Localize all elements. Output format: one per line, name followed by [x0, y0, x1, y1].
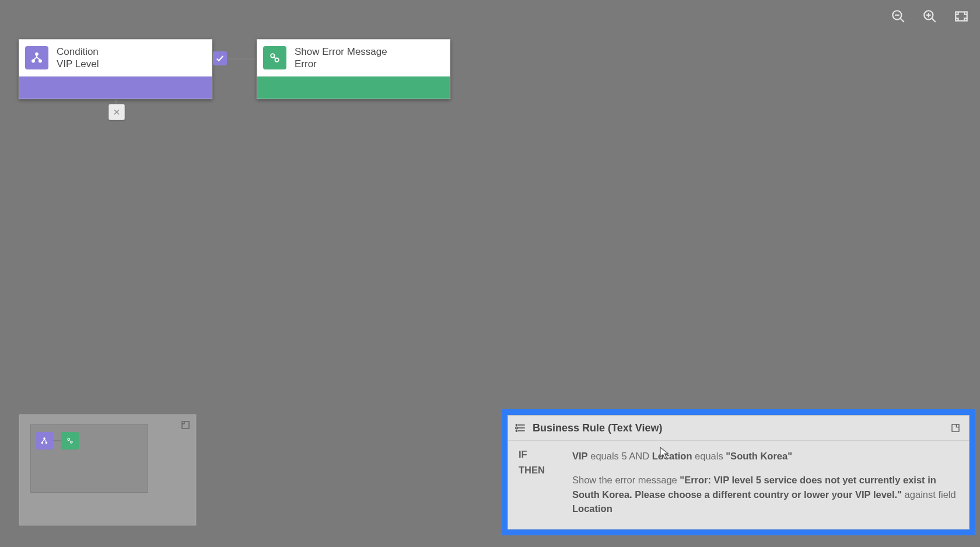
svg-rect-33: [952, 424, 959, 431]
canvas-toolbar: [882, 2, 978, 30]
action-node[interactable]: Show Error Message Error: [257, 39, 450, 99]
svg-point-8: [36, 53, 38, 55]
text-view-panel[interactable]: Business Rule (Text View) IF VIP equals …: [508, 415, 970, 529]
svg-point-10: [39, 60, 41, 62]
zoom-in-icon: [922, 9, 937, 24]
svg-line-12: [33, 57, 37, 60]
zoom-in-button[interactable]: [919, 6, 940, 27]
x-icon: [113, 108, 121, 116]
svg-point-31: [516, 430, 517, 431]
action-footer: [257, 76, 450, 99]
svg-point-22: [46, 442, 47, 443]
minimap-action-node: [61, 432, 79, 450]
condition-footer: [19, 76, 212, 99]
svg-point-32: [516, 427, 517, 428]
svg-point-25: [68, 438, 70, 441]
zoom-out-button[interactable]: [888, 6, 909, 27]
svg-point-9: [32, 60, 34, 62]
text-view-title: Business Rule (Text View): [533, 422, 662, 434]
condition-title: Condition: [57, 46, 99, 58]
condition-node[interactable]: Condition VIP Level: [19, 39, 212, 99]
minimap-connector: [53, 440, 61, 441]
condition-node-header: Condition VIP Level: [19, 40, 212, 76]
expand-panel-icon: [951, 423, 960, 433]
text-view-icon: [515, 422, 527, 434]
svg-point-21: [41, 442, 43, 443]
action-title: Show Error Message: [295, 46, 387, 58]
svg-line-24: [44, 439, 47, 442]
condition-subtitle: VIP Level: [57, 58, 99, 70]
zoom-out-icon: [891, 9, 906, 24]
svg-line-23: [43, 439, 45, 442]
connector-line: [227, 58, 256, 60]
text-view-header: Business Rule (Text View): [508, 416, 969, 441]
if-expression: VIP equals 5 AND Location equals "South …: [572, 449, 958, 464]
minimap-expand-button[interactable]: [180, 419, 191, 431]
svg-rect-7: [956, 12, 967, 20]
connector-true-badge: [213, 51, 227, 65]
svg-point-20: [44, 438, 45, 439]
svg-line-4: [932, 18, 936, 22]
svg-line-1: [900, 18, 904, 22]
minimap[interactable]: [19, 414, 197, 526]
then-label: THEN: [519, 465, 564, 516]
text-view-panel-highlight: Business Rule (Text View) IF VIP equals …: [502, 409, 975, 535]
then-expression: Show the error message "Error: VIP level…: [572, 473, 958, 516]
fullscreen-icon: [954, 9, 969, 24]
connector-false-badge: [108, 104, 125, 120]
expand-icon: [181, 420, 190, 430]
fit-to-screen-button[interactable]: [951, 6, 972, 27]
svg-point-30: [516, 424, 517, 426]
svg-point-26: [71, 441, 73, 444]
svg-line-13: [37, 57, 40, 60]
svg-line-18: [274, 57, 276, 59]
text-view-expand-button[interactable]: [949, 421, 962, 434]
svg-point-17: [275, 58, 278, 62]
minimap-condition-node: [36, 432, 53, 450]
text-view-body: IF VIP equals 5 AND Location equals "Sou…: [508, 441, 969, 529]
svg-rect-19: [182, 421, 189, 428]
action-node-header: Show Error Message Error: [257, 40, 450, 76]
action-icon: [263, 46, 286, 69]
svg-point-16: [271, 54, 274, 57]
check-icon: [215, 54, 225, 63]
action-subtitle: Error: [295, 58, 387, 70]
condition-icon: [25, 46, 48, 69]
if-label: IF: [519, 449, 564, 464]
